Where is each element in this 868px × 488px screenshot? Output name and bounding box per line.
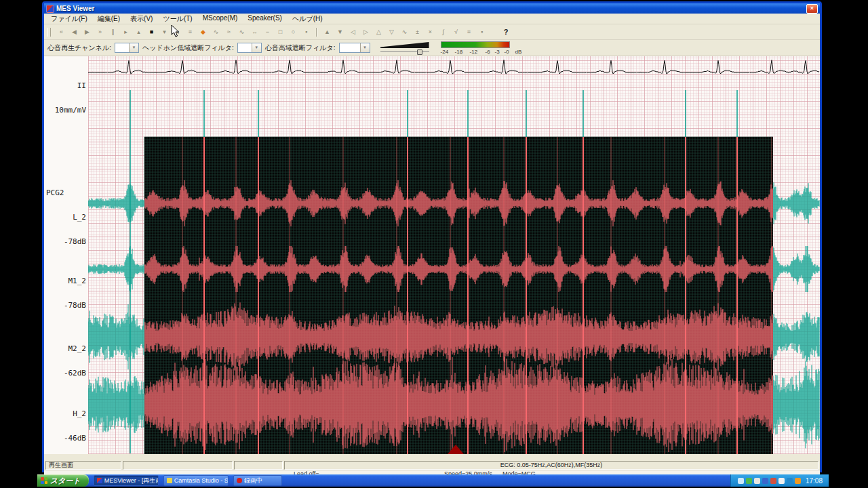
zoom-in-icon[interactable]: △	[373, 27, 384, 37]
menu-view[interactable]: 表示(V)	[130, 14, 153, 24]
stop-icon[interactable]: ■	[146, 27, 157, 37]
waveform-plot[interactable]	[88, 56, 820, 454]
tray-icon-1[interactable]	[738, 478, 744, 484]
scroll-left-icon[interactable]: ◁	[347, 27, 359, 37]
menu-file[interactable]: ファイル(F)	[51, 14, 87, 24]
db-tick: -24	[441, 49, 449, 55]
status-playback-screen: 再生画面	[45, 461, 121, 470]
list-icon[interactable]: ≡	[184, 27, 196, 37]
calc-icon[interactable]: √	[450, 27, 462, 37]
taskbar-clock[interactable]: 17:08	[806, 477, 823, 485]
toolbar-separator	[316, 28, 317, 37]
chevron-down-icon[interactable]: ▼	[252, 43, 261, 52]
chevron-down-icon[interactable]: ▼	[360, 43, 370, 52]
play-icon[interactable]: ▶	[81, 27, 93, 37]
wave-icon[interactable]: ∿	[210, 27, 222, 37]
recording-icon	[237, 478, 242, 483]
tray-icons	[738, 478, 801, 484]
trace-icon[interactable]: ∿	[399, 27, 410, 37]
control-bar: 心音再生チャンネル: ▼ ヘッドホン低域遮断フィルタ: ▼ 心音高域遮断フィルタ…	[44, 40, 820, 56]
scroll-right-icon[interactable]: ▷	[360, 27, 372, 37]
marker-up-icon[interactable]: ▴	[133, 27, 144, 37]
expand-h-icon[interactable]: ↔	[249, 27, 260, 37]
offset-icon[interactable]: ±	[412, 27, 423, 37]
spacer	[44, 454, 820, 461]
pause-icon[interactable]: ∥	[107, 27, 119, 37]
channel-label-gutter: II 10mm/mV PCG2 L_2 -78dB M1_2 -78dB M2_…	[44, 56, 88, 454]
toolbar-icons: «◀▶»∥▸▴■▾◂≡◆∿≈∿↔−□○▪▲▼◁▷△▽∿±×∫√≡▪	[56, 27, 488, 37]
task-label: MESViewer - [再生画面]	[104, 476, 159, 485]
dot-icon[interactable]: ▪	[476, 27, 488, 37]
volume-slider[interactable]	[380, 49, 429, 54]
gain-up-icon[interactable]: ▲	[321, 27, 333, 37]
playback-channel-value	[115, 43, 129, 52]
menu-speaker[interactable]: Speaker(S)	[248, 14, 282, 24]
channel-label-m2-2: M2_2 -62dB	[41, 329, 86, 394]
marker-down-icon[interactable]: ▾	[159, 27, 170, 37]
help-icon[interactable]: ?	[500, 28, 512, 36]
vu-meter-scale: -24 -18 -12 -6 -3 -0 dB	[441, 49, 524, 55]
volume-control	[380, 42, 429, 54]
highcut-filter-select[interactable]: ▼	[339, 43, 370, 53]
toolbar: «◀▶»∥▸▴■▾◂≡◆∿≈∿↔−□○▪▲▼◁▷△▽∿±×∫√≡▪ ?	[44, 24, 820, 40]
tray-icon-6[interactable]	[778, 478, 785, 484]
menu-icon[interactable]: ≡	[463, 27, 475, 37]
chevron-down-icon[interactable]: ▼	[129, 43, 138, 52]
status-bar: 再生画面 ECG: 0.05-75Hz,AC(60Hz),MF(35Hz)	[44, 461, 820, 470]
waveform-paper[interactable]	[88, 56, 820, 454]
title-bar[interactable]: MES Viewer ×	[44, 3, 820, 14]
toolbar-grip[interactable]	[47, 28, 51, 37]
lowcut-filter-select[interactable]: ▼	[237, 43, 262, 53]
lowcut-filter-value	[238, 43, 252, 52]
system-tray: 17:08	[730, 474, 829, 487]
tray-icon-8[interactable]	[795, 478, 801, 484]
ecg-lead-label: II 10mm/mV	[41, 66, 86, 131]
small-square-icon[interactable]: ▪	[300, 27, 312, 37]
next-page-icon[interactable]: »	[94, 27, 106, 37]
db-tick: -12	[470, 49, 478, 55]
waveform-area: II 10mm/mV PCG2 L_2 -78dB M1_2 -78dB M2_…	[44, 56, 820, 454]
menu-tool[interactable]: ツール(T)	[163, 14, 192, 24]
taskbar-task-recording[interactable]: 録画中	[233, 475, 282, 486]
taskbar-task-viewer[interactable]: MESViewer - [再生画面]	[94, 475, 159, 486]
app-icon	[46, 5, 54, 13]
db-tick: -0	[505, 49, 509, 55]
menu-help[interactable]: ヘルプ(H)	[292, 14, 323, 24]
lowcut-filter-label: ヘッドホン低域遮断フィルタ:	[142, 43, 234, 53]
tray-icon-3[interactable]	[754, 478, 760, 484]
playback-channel-select[interactable]: ▼	[115, 43, 139, 53]
play-small-icon[interactable]: ▸	[120, 27, 132, 37]
prev-page-icon[interactable]: «	[56, 27, 67, 37]
step-back-icon[interactable]: ◀	[68, 27, 80, 37]
taskbar-task-camtasia[interactable]: Camtasia Studio - S...	[163, 475, 229, 486]
region-icon[interactable]: □	[275, 27, 286, 37]
volume-slider-handle[interactable]	[417, 49, 422, 55]
start-button[interactable]: スタート	[37, 474, 89, 487]
status-panel-3	[234, 461, 283, 470]
close-button[interactable]: ×	[806, 4, 818, 14]
camtasia-icon	[167, 478, 172, 483]
taskbar: スタート MESViewer - [再生画面] Camtasia Studio …	[37, 474, 829, 487]
record-icon[interactable]: ◆	[197, 27, 209, 37]
gain-down-icon[interactable]: ▼	[334, 27, 346, 37]
task-label: Camtasia Studio - S...	[174, 477, 229, 484]
tray-icon-4[interactable]	[762, 478, 768, 484]
zoom-out-icon[interactable]: ▽	[386, 27, 397, 37]
tray-icon-5[interactable]	[770, 478, 776, 484]
channel-label-l2: L_2 -78dB	[41, 197, 86, 262]
windows-flag-icon	[41, 477, 47, 484]
highcut-filter-value	[340, 43, 360, 52]
channel-label-h2: H_2 -46dB	[41, 394, 86, 459]
channel-label-m1-2: M1_2 -78dB	[41, 261, 86, 326]
circle-icon[interactable]: ○	[288, 27, 299, 37]
tray-icon-7[interactable]	[787, 478, 793, 484]
menu-edit[interactable]: 編集(E)	[98, 14, 120, 24]
menu-mscope[interactable]: MScope(M)	[203, 14, 238, 24]
viewer-app-icon	[97, 478, 102, 483]
signal-icon[interactable]: ∿	[236, 27, 248, 37]
tray-icon-2[interactable]	[746, 478, 752, 484]
filter-icon[interactable]: ≈	[223, 27, 235, 37]
clear-icon[interactable]: ×	[425, 27, 436, 37]
compress-icon[interactable]: −	[262, 27, 273, 37]
integrate-icon[interactable]: ∫	[437, 27, 449, 37]
